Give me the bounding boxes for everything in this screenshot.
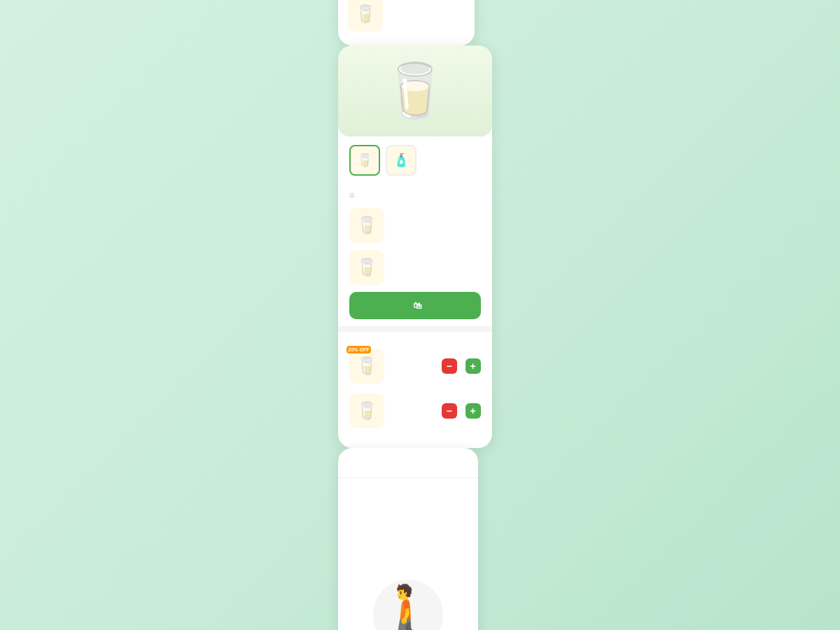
product-details-panel: ← 🥛 🥛 🧴 ≡ 🥛 xyxy=(338,0,475,46)
discount-badge-1: 20% OFF xyxy=(346,346,372,354)
column-4: 🚶 ← 📅 👤 xyxy=(338,448,478,630)
orders-empty-state: 🚶 xyxy=(338,478,478,630)
bag-item-2: 🥛 − + xyxy=(349,393,481,428)
bag-item-thumb-1: 🥛 20% OFF xyxy=(349,349,384,384)
product-thumb-2[interactable]: 🧴 xyxy=(386,145,416,176)
qty-plus-btn-2[interactable]: + xyxy=(465,403,481,419)
qty-control-2: − + xyxy=(442,403,481,419)
app-layout: 🔔 📍 › 🔍 🥑 🥗 xyxy=(338,0,503,630)
qty-minus-btn-1[interactable]: − xyxy=(442,358,457,374)
orders-tabs xyxy=(338,465,478,478)
bag-item-icon-1: 🥛 xyxy=(356,356,377,376)
delivery-man-illustration: 🚶 xyxy=(373,580,443,631)
product-category-tag: ≡ xyxy=(349,190,481,201)
related-main-thumb-1: 🥛 xyxy=(349,208,384,243)
related-item-main-2[interactable]: 🥛 xyxy=(349,250,481,285)
related-item-main-1[interactable]: 🥛 xyxy=(349,208,481,243)
column-3: 🥛 🥛 🧴 ≡ 🥛 xyxy=(338,46,492,448)
orders-panel: 🚶 xyxy=(338,448,478,630)
qty-plus-btn-1[interactable]: + xyxy=(465,358,481,374)
qty-minus-btn-2[interactable]: − xyxy=(442,403,457,419)
orders-header xyxy=(338,448,478,465)
related-item-1[interactable]: 🥛 xyxy=(348,0,465,31)
related-thumb-1: 🥛 xyxy=(348,0,383,31)
bag-icon: 🛍 xyxy=(413,300,422,311)
bag-item-icon-2: 🥛 xyxy=(356,401,377,421)
product-main-panel: 🥛 🥛 🧴 ≡ 🥛 xyxy=(338,46,492,448)
lines-icon: ≡ xyxy=(349,190,355,201)
product-thumb-active[interactable]: 🥛 xyxy=(349,145,380,176)
qty-control-1: − + xyxy=(442,358,481,374)
column-2: 📍 ₿ xyxy=(338,0,475,46)
related-main-thumb-2: 🥛 xyxy=(349,250,384,285)
bag-item-1: 🥛 20% OFF − + xyxy=(349,349,481,384)
product-main-info: 🥛 🧴 ≡ 🥛 xyxy=(338,136,492,326)
add-to-bag-button[interactable]: 🛍 xyxy=(349,292,481,319)
product-top-image: 🥛 xyxy=(338,46,492,136)
product-thumb-row: 🥛 🧴 xyxy=(349,145,481,176)
bag-item-thumb-2: 🥛 xyxy=(349,393,384,428)
my-bag-section: 🥛 20% OFF − + xyxy=(338,326,492,448)
